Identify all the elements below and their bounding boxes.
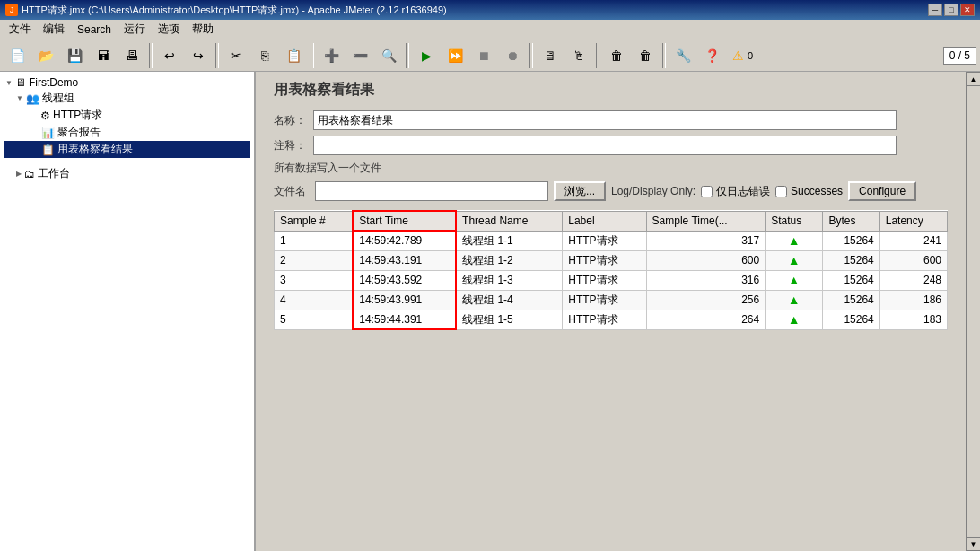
cell-bytes: 15264 bbox=[823, 231, 879, 250]
successes-checkbox[interactable] bbox=[775, 186, 787, 197]
cell-label: HTTP请求 bbox=[563, 310, 646, 329]
cell-sampletime: 600 bbox=[646, 250, 766, 270]
error-only-group: 仅日志错误 bbox=[701, 184, 770, 199]
browse-button[interactable]: 🔍 bbox=[375, 43, 402, 68]
cell-threadname: 线程组 1-5 bbox=[456, 310, 563, 329]
successes-label: Successes bbox=[791, 185, 843, 197]
close-button[interactable]: ✕ bbox=[960, 4, 975, 16]
scroll-up-button[interactable]: ▲ bbox=[967, 72, 981, 86]
file-row: 文件名 浏览... Log/Display Only: 仅日志错误 Succes… bbox=[274, 181, 948, 201]
undo-button[interactable]: ↩ bbox=[156, 43, 183, 68]
cell-sampletime: 264 bbox=[646, 310, 766, 329]
name-input[interactable] bbox=[313, 110, 897, 130]
help-button[interactable]: ❓ bbox=[698, 43, 725, 68]
copy-button[interactable]: ⎘ bbox=[251, 43, 278, 68]
menu-bar: 文件编辑Search运行选项帮助 bbox=[0, 20, 980, 39]
tree-item-threadgroup[interactable]: ▼ 👥 线程组 bbox=[4, 90, 250, 107]
cell-latency: 600 bbox=[879, 250, 947, 270]
menu-item-运行[interactable]: 运行 bbox=[118, 20, 151, 39]
workbench-icon: 🗂 bbox=[24, 168, 35, 180]
remove-button[interactable]: ➖ bbox=[346, 43, 373, 68]
successes-group: Successes bbox=[775, 185, 843, 197]
left-panel: ▼ 🖥 FirstDemo ▼ 👥 线程组 ⚙ HTTP请求 📊 聚合报告 📋 … bbox=[0, 72, 256, 551]
cell-threadname: 线程组 1-1 bbox=[456, 231, 563, 250]
cut-button[interactable]: ✂ bbox=[223, 43, 249, 68]
cell-threadname: 线程组 1-3 bbox=[456, 270, 563, 290]
title-bar-controls: ─ □ ✕ bbox=[928, 4, 975, 16]
httprequest-icon: ⚙ bbox=[40, 109, 50, 122]
menu-item-帮助[interactable]: 帮助 bbox=[187, 20, 219, 39]
error-only-checkbox[interactable] bbox=[701, 186, 713, 197]
separator-7 bbox=[662, 43, 666, 68]
cell-status: ▲ bbox=[766, 290, 823, 310]
right-scrollbar[interactable]: ▲ ▼ bbox=[966, 72, 980, 551]
run-counter: 0 / 5 bbox=[943, 47, 976, 65]
threadgroup-icon: 👥 bbox=[26, 92, 39, 105]
firstdemo-icon: 🖥 bbox=[15, 76, 26, 89]
col-header-sampletime: Sample Time(... bbox=[646, 211, 766, 231]
minimize-button[interactable]: ─ bbox=[928, 4, 942, 16]
col-header-threadname: Thread Name bbox=[456, 211, 563, 231]
cell-sample: 1 bbox=[275, 231, 354, 250]
table-row: 1 14:59:42.789 线程组 1-1 HTTP请求 317 ▲ 1526… bbox=[275, 231, 948, 250]
menu-item-Search[interactable]: Search bbox=[72, 22, 117, 38]
cell-sample: 2 bbox=[275, 250, 354, 270]
print-button[interactable]: 🖶 bbox=[118, 43, 145, 68]
cell-status: ▲ bbox=[766, 270, 823, 290]
col-header-sample: Sample # bbox=[275, 211, 354, 231]
separator-4 bbox=[406, 43, 409, 68]
function-helper-button[interactable]: 🔧 bbox=[669, 43, 696, 68]
tree-item-firstdemo[interactable]: ▼ 🖥 FirstDemo bbox=[4, 75, 250, 90]
clear-button[interactable]: 🗑 bbox=[603, 43, 630, 68]
col-header-bytes: Bytes bbox=[823, 211, 879, 231]
tree-item-httprequest[interactable]: ⚙ HTTP请求 bbox=[4, 107, 250, 124]
cell-starttime: 14:59:44.391 bbox=[353, 310, 456, 329]
open-button[interactable]: 📂 bbox=[32, 43, 59, 68]
save-as-button[interactable]: 🖬 bbox=[90, 43, 117, 68]
tree-item-workbench[interactable]: ▶ 🗂 工作台 bbox=[4, 165, 250, 182]
maximize-button[interactable]: □ bbox=[944, 4, 958, 16]
scroll-down-button[interactable]: ▼ bbox=[967, 537, 981, 551]
cell-sampletime: 256 bbox=[646, 290, 766, 310]
start-no-pause-button[interactable]: ⏩ bbox=[442, 43, 468, 68]
menu-item-文件[interactable]: 文件 bbox=[4, 20, 36, 39]
new-button[interactable]: 📄 bbox=[4, 43, 31, 68]
start-button[interactable]: ▶ bbox=[413, 43, 440, 68]
paste-button[interactable]: 📋 bbox=[280, 43, 307, 68]
cell-status: ▲ bbox=[766, 310, 823, 329]
error-only-label: 仅日志错误 bbox=[716, 184, 770, 199]
title-bar-left: J HTTP请求.jmx (C:\Users\Administrator\Des… bbox=[5, 4, 447, 17]
tree-item-viewresults[interactable]: 📋 用表格察看结果 bbox=[4, 141, 250, 158]
browse-button[interactable]: 浏览... bbox=[554, 181, 606, 201]
file-input[interactable] bbox=[315, 181, 548, 201]
expand-icon-workbench: ▶ bbox=[16, 170, 22, 178]
menu-item-编辑[interactable]: 编辑 bbox=[38, 20, 70, 39]
cell-status: ▲ bbox=[766, 231, 823, 250]
tree-item-summary[interactable]: 📊 聚合报告 bbox=[4, 124, 250, 141]
stop-button[interactable]: ⏹ bbox=[470, 43, 497, 68]
tree-label-workbench: 工作台 bbox=[38, 166, 70, 181]
remote-start-button[interactable]: 🖥 bbox=[537, 43, 564, 68]
shutdown-button[interactable]: ⏺ bbox=[499, 43, 526, 68]
panel-title: 用表格察看结果 bbox=[274, 81, 948, 100]
table-row: 4 14:59:43.991 线程组 1-4 HTTP请求 256 ▲ 1526… bbox=[275, 290, 948, 310]
tree-label-viewresults: 用表格察看结果 bbox=[57, 142, 133, 157]
save-button[interactable]: 💾 bbox=[61, 43, 88, 68]
table-row: 2 14:59:43.191 线程组 1-2 HTTP请求 600 ▲ 1526… bbox=[275, 250, 948, 270]
file-section-label: 所有数据写入一个文件 bbox=[274, 161, 948, 176]
comment-label: 注释： bbox=[274, 138, 306, 153]
separator-5 bbox=[529, 43, 533, 68]
cell-sampletime: 317 bbox=[646, 231, 766, 250]
remote-stop-button[interactable]: 🖱 bbox=[565, 43, 592, 68]
warning-count: 0 bbox=[748, 50, 753, 61]
menu-item-选项[interactable]: 选项 bbox=[153, 20, 185, 39]
configure-button[interactable]: Configure bbox=[848, 181, 916, 201]
cell-sampletime: 316 bbox=[646, 270, 766, 290]
comment-input[interactable] bbox=[313, 136, 897, 155]
col-header-status: Status bbox=[766, 211, 823, 231]
col-header-starttime: Start Time bbox=[353, 211, 456, 231]
redo-button[interactable]: ↪ bbox=[185, 43, 212, 68]
clear-all-button[interactable]: 🗑 bbox=[632, 43, 659, 68]
add-button[interactable]: ➕ bbox=[318, 43, 345, 68]
tree-label-firstdemo: FirstDemo bbox=[29, 76, 78, 89]
